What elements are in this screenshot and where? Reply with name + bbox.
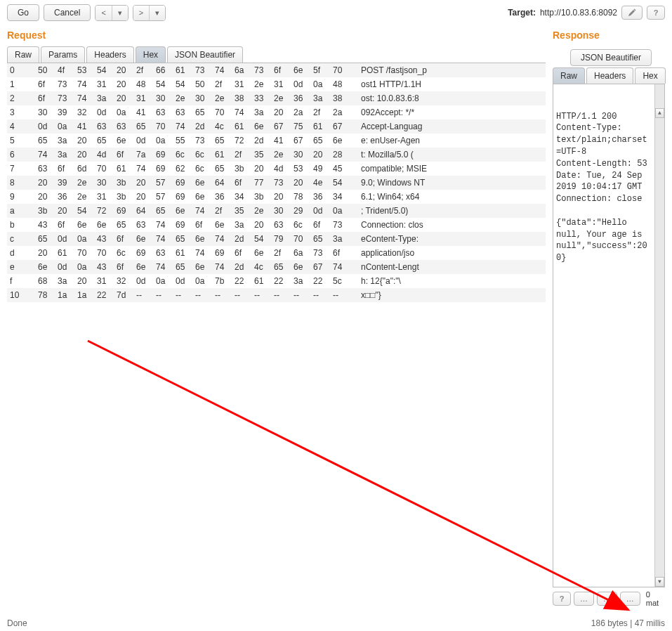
hex-byte[interactable]: 65 xyxy=(35,232,55,246)
hex-row[interactable]: 33039320d0a4163636570743a202a2f2a092Acce… xyxy=(7,105,546,119)
hex-byte[interactable]: 73 xyxy=(192,134,212,148)
hex-byte[interactable]: 64 xyxy=(212,176,232,190)
hex-byte[interactable]: 6e xyxy=(173,204,192,218)
hex-byte[interactable]: 20 xyxy=(271,105,291,119)
hex-byte[interactable]: 0d xyxy=(55,232,74,246)
hex-row[interactable]: c650d0a436f6e74656e742d547970653aeConten… xyxy=(7,232,546,246)
hex-row[interactable]: 26f73743a2031302e302e38332e363a38ost: 10… xyxy=(7,91,546,105)
hex-byte[interactable]: 3a xyxy=(55,148,74,162)
hex-byte[interactable]: 74 xyxy=(330,260,350,274)
hex-byte[interactable]: 6f xyxy=(310,218,330,232)
hex-byte[interactable]: 31 xyxy=(271,77,291,91)
hex-byte[interactable]: 20 xyxy=(114,63,133,77)
hex-byte[interactable]: 65 xyxy=(133,119,153,134)
hex-byte[interactable]: 2d xyxy=(251,134,271,148)
hex-byte[interactable]: 41 xyxy=(74,119,94,134)
hex-byte[interactable]: 34 xyxy=(232,190,251,204)
hex-byte[interactable]: 2e xyxy=(251,77,271,91)
action-button-1[interactable]: … xyxy=(574,592,594,606)
hex-byte[interactable]: 20 xyxy=(251,162,271,176)
hex-byte[interactable]: 45 xyxy=(330,162,350,176)
hex-byte[interactable]: 0a xyxy=(192,274,212,288)
hex-byte[interactable]: 70 xyxy=(94,162,114,176)
hex-byte[interactable]: 4e xyxy=(310,176,330,190)
hex-byte[interactable]: 65 xyxy=(173,232,192,246)
hex-byte[interactable]: 2e xyxy=(74,176,94,190)
tab-resp-raw[interactable]: Raw xyxy=(553,67,585,84)
hex-byte[interactable]: 36 xyxy=(212,190,232,204)
hex-byte[interactable]: 63 xyxy=(173,105,192,119)
hex-byte[interactable]: 2f xyxy=(310,105,330,119)
hex-row[interactable]: 40d0a4163636570742d4c616e67756167Accept-… xyxy=(7,119,546,134)
hex-byte[interactable]: 78 xyxy=(35,288,55,302)
hex-byte[interactable]: 54 xyxy=(330,176,350,190)
hex-byte[interactable]: 70 xyxy=(74,246,94,260)
hex-byte[interactable]: -- xyxy=(212,288,232,302)
hex-byte[interactable]: 54 xyxy=(153,77,173,91)
hex-byte[interactable]: 67 xyxy=(271,119,291,134)
hex-byte[interactable]: 69 xyxy=(153,162,173,176)
hex-byte[interactable]: 0a xyxy=(153,274,173,288)
hex-byte[interactable]: 62 xyxy=(173,162,192,176)
hex-byte[interactable]: 65 xyxy=(94,134,114,148)
hex-byte[interactable]: 2f xyxy=(271,246,291,260)
help-button-footer[interactable]: ? xyxy=(553,592,571,606)
hex-byte[interactable]: 6c xyxy=(173,148,192,162)
hex-byte[interactable]: 36 xyxy=(55,190,74,204)
hex-byte[interactable]: 38 xyxy=(330,91,350,105)
hex-byte[interactable]: 31 xyxy=(94,274,114,288)
hex-byte[interactable]: -- xyxy=(310,288,330,302)
hex-byte[interactable]: 6f xyxy=(271,63,291,77)
hex-byte[interactable]: 20 xyxy=(114,91,133,105)
scroll-up-icon[interactable]: ▲ xyxy=(655,108,664,118)
hex-byte[interactable]: -- xyxy=(173,288,192,302)
hex-byte[interactable]: 4c xyxy=(251,260,271,274)
hex-byte[interactable]: 65 xyxy=(35,134,55,148)
hex-byte[interactable]: 4f xyxy=(55,63,74,77)
hex-byte[interactable]: 2f xyxy=(212,77,232,91)
hex-byte[interactable]: 61 xyxy=(173,246,192,260)
hex-byte[interactable]: 20 xyxy=(271,190,291,204)
hex-byte[interactable]: 6e xyxy=(291,63,310,77)
hex-row[interactable]: 0504f5354202f666173746a736f6e5f70POST /f… xyxy=(7,63,546,77)
hex-byte[interactable]: 30 xyxy=(192,91,212,105)
hex-byte[interactable]: 61 xyxy=(212,148,232,162)
hex-byte[interactable]: 6e xyxy=(192,190,212,204)
hex-byte[interactable]: 3b xyxy=(232,162,251,176)
hex-byte[interactable]: 20 xyxy=(310,148,330,162)
hex-byte[interactable]: 63 xyxy=(271,218,291,232)
hex-byte[interactable]: 20 xyxy=(74,274,94,288)
hex-byte[interactable]: 33 xyxy=(251,91,271,105)
hex-byte[interactable]: 31 xyxy=(133,91,153,105)
hex-byte[interactable]: 1a xyxy=(55,288,74,302)
hex-byte[interactable]: 3a xyxy=(232,218,251,232)
hex-byte[interactable]: 2d xyxy=(232,260,251,274)
hex-byte[interactable]: 65 xyxy=(173,260,192,274)
hex-byte[interactable]: 5f xyxy=(310,63,330,77)
tab-resp-hex[interactable]: Hex xyxy=(635,67,665,84)
hex-byte[interactable]: 69 xyxy=(153,148,173,162)
hex-byte[interactable]: 74 xyxy=(153,232,173,246)
hex-byte[interactable]: 3a xyxy=(55,134,74,148)
hex-byte[interactable]: 50 xyxy=(35,63,55,77)
hex-byte[interactable]: 61 xyxy=(232,119,251,134)
hex-byte[interactable]: 73 xyxy=(310,246,330,260)
hex-byte[interactable]: 20 xyxy=(133,176,153,190)
hex-byte[interactable]: 41 xyxy=(133,105,153,119)
hex-byte[interactable]: 6f xyxy=(114,232,133,246)
scroll-down-icon[interactable]: ▼ xyxy=(655,577,664,587)
hex-byte[interactable]: 54 xyxy=(173,77,192,91)
hex-byte[interactable]: 3b xyxy=(114,190,133,204)
hex-byte[interactable]: 2e xyxy=(271,148,291,162)
hex-byte[interactable]: 67 xyxy=(291,134,310,148)
hex-byte[interactable]: 6e xyxy=(94,218,114,232)
hex-byte[interactable]: 43 xyxy=(94,232,114,246)
hex-byte[interactable]: 0a xyxy=(55,119,74,134)
hex-byte[interactable]: 6e xyxy=(192,232,212,246)
hex-row[interactable]: e6e0d0a436f6e74656e742d4c656e6774nConten… xyxy=(7,260,546,274)
hex-byte[interactable]: 74 xyxy=(212,63,232,77)
hex-byte[interactable]: 30 xyxy=(291,148,310,162)
hex-byte[interactable]: 72 xyxy=(94,204,114,218)
hex-byte[interactable]: 30 xyxy=(271,204,291,218)
hex-byte[interactable]: 74 xyxy=(35,148,55,162)
